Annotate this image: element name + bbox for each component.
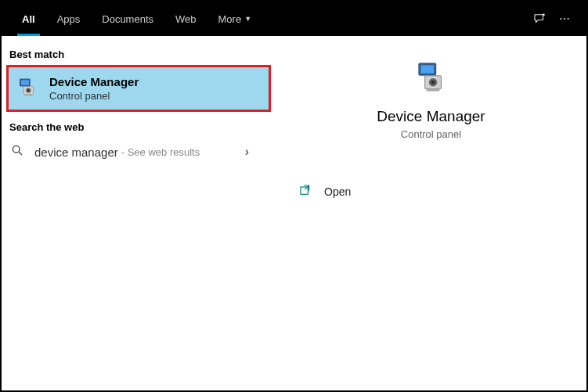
search-results-panel: Best match Device Manager Control panel … [2,36,586,390]
svg-point-2 [564,18,565,20]
detail-pane: Device Manager Control panel Open [276,36,586,390]
svg-rect-13 [420,65,434,73]
action-open[interactable]: Open [276,178,586,206]
feedback-icon[interactable] [527,6,552,31]
results-list: Best match Device Manager Control panel … [2,36,276,390]
detail-device-manager-icon [412,59,451,99]
detail-subtitle: Control panel [276,128,586,140]
web-query-text: device manager [34,146,118,159]
svg-point-1 [560,18,561,20]
section-best-match: Best match [2,45,276,65]
svg-point-8 [27,89,30,92]
svg-point-3 [568,18,569,20]
open-icon [299,184,313,200]
svg-rect-5 [21,80,29,85]
svg-point-16 [431,81,435,85]
more-options-icon[interactable] [552,6,577,31]
svg-rect-17 [426,89,439,92]
tab-apps[interactable]: Apps [46,2,92,36]
svg-point-10 [13,146,20,153]
tab-more-label: More [218,13,242,25]
action-open-label: Open [324,185,351,198]
search-icon [11,144,27,160]
detail-title: Device Manager [276,108,586,125]
best-match-result[interactable]: Device Manager Control panel [6,65,271,112]
tab-more[interactable]: More ▼ [207,2,263,36]
web-search-result[interactable]: device manager - See web results › [2,138,276,166]
tab-documents[interactable]: Documents [91,2,164,36]
tab-all[interactable]: All [11,2,46,36]
svg-point-0 [543,13,545,16]
section-search-web: Search the web [2,118,276,138]
tab-web[interactable]: Web [164,2,207,36]
chevron-right-icon: › [245,145,249,159]
web-hint-text: - See web results [121,146,200,158]
caret-down-icon: ▼ [244,15,251,23]
svg-rect-9 [24,95,32,96]
result-title: Device Manager [49,75,262,88]
svg-line-11 [19,152,22,155]
result-subtitle: Control panel [49,90,262,102]
best-match-text: Device Manager Control panel [49,75,262,102]
device-manager-icon [15,76,40,101]
search-tabs-bar: All Apps Documents Web More ▼ [2,2,586,36]
